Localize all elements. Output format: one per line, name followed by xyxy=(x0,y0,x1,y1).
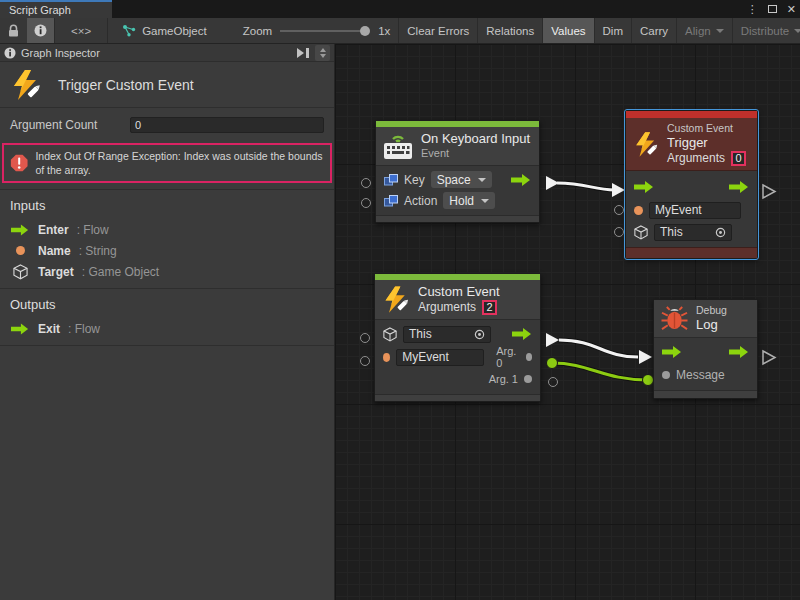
carry-button[interactable]: Carry xyxy=(632,18,676,44)
event-name-input[interactable] xyxy=(396,349,484,366)
arg1-output-port[interactable] xyxy=(524,375,532,383)
port-circle[interactable] xyxy=(360,333,370,343)
key-dropdown-value: Space xyxy=(437,173,471,187)
port-circle[interactable] xyxy=(361,198,371,208)
flow-output-arrow-icon[interactable] xyxy=(511,174,531,186)
chevron-down-icon xyxy=(481,199,489,203)
tab-script-graph[interactable]: Script Graph xyxy=(0,0,112,18)
action-dropdown[interactable]: Hold xyxy=(443,192,495,209)
target-object-selector[interactable]: This xyxy=(403,326,491,343)
argument-count-label: Argument Count xyxy=(10,118,120,132)
port-name: Exit xyxy=(38,322,60,336)
node-debug-log[interactable]: Debug Log Message xyxy=(653,299,758,399)
distribute-button[interactable]: Distribute xyxy=(733,18,800,44)
node-title: Custom Event xyxy=(418,284,500,300)
flow-input-arrow-icon[interactable] xyxy=(634,181,654,193)
gameobject-icon xyxy=(122,24,136,37)
inspector-toggle-button[interactable] xyxy=(27,18,54,44)
node-header: Debug Log xyxy=(654,300,757,338)
target-object-selector[interactable]: This xyxy=(654,224,732,241)
flow-output-arrow-icon[interactable] xyxy=(729,181,749,193)
port-name: Target xyxy=(38,265,74,279)
chevron-down-icon xyxy=(478,178,486,182)
port-circle[interactable] xyxy=(361,178,371,188)
port-circle[interactable] xyxy=(548,377,558,387)
dock-panel-icon[interactable] xyxy=(296,47,310,59)
port-circle[interactable] xyxy=(614,205,624,215)
node-footer xyxy=(654,390,757,398)
flow-arrow-icon xyxy=(10,323,30,335)
port-type: : String xyxy=(79,244,117,258)
key-label: Key xyxy=(404,173,425,187)
node-custom-event[interactable]: Custom Event Arguments 2 This xyxy=(374,273,541,402)
close-icon[interactable]: ✕ xyxy=(787,3,796,16)
node-body: Key Space Action Hold xyxy=(376,166,539,215)
keyboard-event-icon xyxy=(383,133,413,160)
node-trigger-custom-event[interactable]: Custom Event Trigger Arguments 0 xyxy=(625,110,758,259)
port-circle[interactable] xyxy=(360,356,370,366)
flow-input-arrow-icon[interactable] xyxy=(662,346,682,358)
maximize-icon[interactable] xyxy=(768,5,777,13)
event-name-input[interactable] xyxy=(649,202,741,219)
unit-title-block: Trigger Custom Event xyxy=(0,62,334,108)
panel-spinner[interactable] xyxy=(315,45,330,61)
port-type: : Flow xyxy=(68,322,100,336)
key-dropdown[interactable]: Space xyxy=(431,171,492,188)
node-color-bar xyxy=(626,111,757,118)
wire-arrowhead xyxy=(639,350,652,364)
code-view-button[interactable]: <×> xyxy=(55,18,107,44)
values-button[interactable]: Values xyxy=(543,18,593,44)
align-label: Align xyxy=(685,25,711,37)
custom-event-icon xyxy=(382,285,410,314)
port-circle[interactable] xyxy=(614,227,624,237)
argument-count-row: Argument Count xyxy=(0,108,334,141)
node-category: Custom Event xyxy=(667,122,746,135)
lock-button[interactable] xyxy=(0,18,27,44)
flow-arrow-icon xyxy=(10,224,30,236)
keycode-icon xyxy=(384,195,398,207)
target-value: This xyxy=(409,327,432,341)
node-on-keyboard-input[interactable]: On Keyboard Input Event Key Space xyxy=(375,120,540,223)
node-subtitle: Event xyxy=(421,147,530,161)
port-row-exit: Exit : Flow xyxy=(0,318,334,339)
custom-event-icon xyxy=(10,69,42,101)
node-footer xyxy=(376,215,539,222)
zoom-value: 1x xyxy=(378,25,390,37)
align-button[interactable]: Align xyxy=(677,18,732,44)
info-icon xyxy=(34,24,47,37)
flow-output-arrow-icon[interactable] xyxy=(729,346,749,358)
graph-canvas[interactable]: On Keyboard Input Event Key Space xyxy=(335,44,800,600)
clear-errors-button[interactable]: Clear Errors xyxy=(399,18,477,44)
gameobject-label: GameObject xyxy=(142,25,207,37)
target-value: This xyxy=(660,225,683,239)
node-category: Debug xyxy=(696,304,727,317)
values-label: Values xyxy=(551,25,585,37)
arguments-label: Arguments xyxy=(418,300,476,315)
more-icon[interactable]: ⋮ xyxy=(747,3,758,16)
error-octagon-icon xyxy=(10,152,28,174)
object-picker-icon[interactable] xyxy=(474,329,485,340)
zoom-control: Zoom 1x xyxy=(217,18,399,44)
zoom-slider-thumb[interactable] xyxy=(360,26,370,36)
gameobject-selector[interactable]: GameObject xyxy=(108,18,217,44)
dim-label: Dim xyxy=(603,25,623,37)
node-title: Log xyxy=(696,317,727,333)
chevron-down-icon xyxy=(794,29,800,33)
arg0-output-port[interactable] xyxy=(526,353,532,361)
flow-output-arrow-icon[interactable] xyxy=(512,328,532,340)
zoom-slider[interactable] xyxy=(280,30,368,32)
argument-count-input[interactable] xyxy=(130,117,324,133)
message-input-port[interactable] xyxy=(662,371,670,379)
arguments-count-error-badge[interactable]: 2 xyxy=(482,300,497,315)
carry-label: Carry xyxy=(640,25,668,37)
code-icon: <×> xyxy=(71,25,91,37)
wire-source-triangle xyxy=(546,176,559,190)
tab-title: Script Graph xyxy=(9,4,71,16)
object-picker-icon[interactable] xyxy=(715,227,726,238)
gameobject-cube-icon xyxy=(634,225,648,240)
action-label: Action xyxy=(404,194,437,208)
arguments-count-error-badge[interactable]: 0 xyxy=(731,151,746,166)
dim-button[interactable]: Dim xyxy=(595,18,631,44)
unconnected-flow-triangle xyxy=(763,185,775,198)
relations-button[interactable]: Relations xyxy=(478,18,542,44)
